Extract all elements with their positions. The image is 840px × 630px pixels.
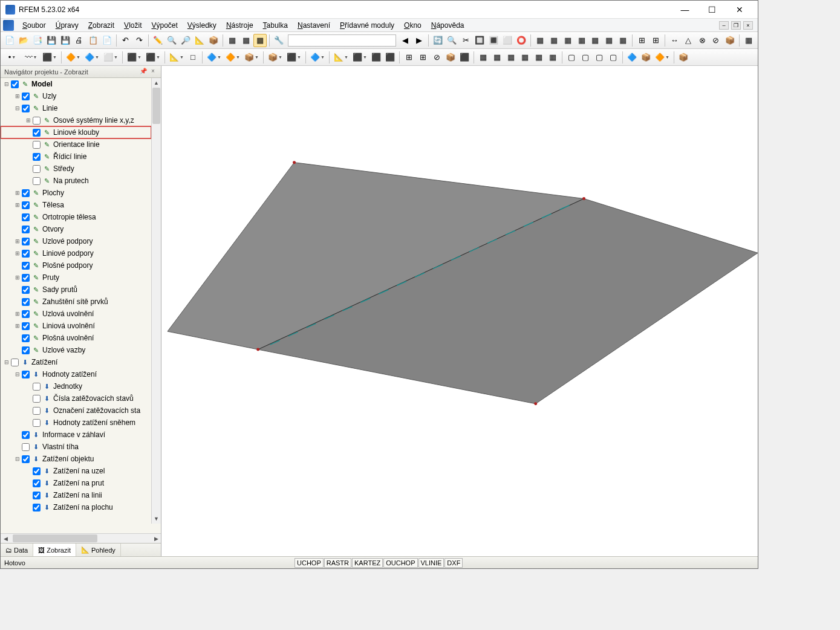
tree-row[interactable]: ✎Zahuštění sítě prvků <box>1 296 151 308</box>
tree-row[interactable]: ⊞✎Plochy <box>1 187 151 199</box>
collapse-icon[interactable]: ⊟ <box>3 359 10 366</box>
toolbar-button[interactable]: 📦 <box>639 51 653 64</box>
minimize-button[interactable]: — <box>671 1 698 18</box>
toolbar-button[interactable]: ⬛▼ <box>351 51 369 64</box>
toolbar-button[interactable]: ▦ <box>490 51 504 64</box>
tree-row[interactable]: ✎Ortotropie tělesa <box>1 211 151 223</box>
expand-icon[interactable]: ⊞ <box>14 322 21 330</box>
tree-row[interactable]: ⬇Informace v záhlaví <box>1 429 151 441</box>
toolbar-button[interactable]: 📐▼ <box>332 51 350 64</box>
tree-checkbox[interactable] <box>22 334 30 342</box>
toolbar-button[interactable]: ▦ <box>742 34 755 47</box>
expand-icon[interactable]: ⊞ <box>25 117 32 124</box>
toolbar-button[interactable]: ⬜ <box>501 34 514 47</box>
menu-item[interactable]: Nastavení <box>293 20 335 31</box>
toolbar-button[interactable]: 🔷▼ <box>205 51 223 64</box>
toolbar-button[interactable]: ▦ <box>575 34 588 47</box>
expand-icon[interactable]: ⊞ <box>14 238 21 245</box>
toolbar-button[interactable]: 📦▼ <box>266 51 284 64</box>
tree-row[interactable]: ✎Sady prutů <box>1 284 151 296</box>
toolbar-button[interactable]: ⭕ <box>515 34 528 47</box>
toolbar-button[interactable]: 💾 <box>59 34 72 47</box>
collapse-icon[interactable]: ⊟ <box>14 105 21 112</box>
toolbar-button[interactable]: 📦▼ <box>243 51 261 64</box>
status-toggle[interactable]: DXF <box>444 558 463 568</box>
app-menu-icon[interactable] <box>3 20 14 31</box>
toolbar-button[interactable]: •▼ <box>3 51 21 64</box>
toolbar-button[interactable]: 🔶▼ <box>64 51 82 64</box>
pin-icon[interactable]: 📌 <box>139 68 148 76</box>
menu-item[interactable]: Tabulka <box>258 20 293 31</box>
tree-checkbox[interactable] <box>22 93 30 100</box>
toolbar-button[interactable]: ▦ <box>588 34 602 47</box>
tree-checkbox[interactable] <box>33 492 41 499</box>
toolbar-button[interactable]: ▦ <box>616 34 630 47</box>
toolbar-button[interactable]: ▦ <box>504 51 518 64</box>
tree-row[interactable]: ⬇Zatížení na uzel <box>1 465 151 477</box>
menu-item[interactable]: Přídavné moduly <box>335 20 399 31</box>
toolbar-button[interactable]: 📦 <box>723 34 737 47</box>
tree-checkbox[interactable] <box>22 250 30 258</box>
collapse-icon[interactable]: ⊟ <box>14 455 21 463</box>
toolbar-button[interactable]: 📐 <box>193 34 206 47</box>
toolbar-button[interactable]: ⊘ <box>430 51 443 64</box>
toolbar-button[interactable]: ▢ <box>565 51 578 64</box>
tree-row[interactable]: ✎Středy <box>1 163 151 175</box>
expand-icon[interactable]: ⊞ <box>14 274 21 281</box>
tree-checkbox[interactable] <box>33 383 41 391</box>
navigator-tree[interactable]: ⊟✎Model⊞✎Uzly⊟✎Linie⊞✎Osové systémy lini… <box>1 78 151 533</box>
toolbar-button[interactable]: ↶ <box>119 34 132 47</box>
collapse-icon[interactable]: ⊟ <box>3 80 10 88</box>
tree-row[interactable]: ✎Uzlové vazby <box>1 344 151 356</box>
toolbar-button[interactable]: 📋 <box>86 34 100 47</box>
tree-checkbox[interactable] <box>22 371 30 378</box>
toolbar-button[interactable]: 🔷▼ <box>83 51 101 64</box>
toolbar-button[interactable]: ▦ <box>546 51 559 64</box>
tree-checkbox[interactable] <box>22 201 30 209</box>
tree-row[interactable]: ⬇Zatížení na plochu <box>1 501 151 513</box>
hscroll-thumb[interactable] <box>13 534 97 542</box>
menu-item[interactable]: Zobrazit <box>83 20 119 31</box>
tree-row[interactable]: ⊞✎Osové systémy linie x,y,z <box>1 114 151 126</box>
toolbar-button[interactable]: 📦 <box>444 51 457 64</box>
menu-item[interactable]: Úpravy <box>51 20 83 31</box>
tree-row[interactable]: ⊞✎Liniové podpory <box>1 247 151 259</box>
toolbar-button[interactable]: ↔ <box>668 34 681 47</box>
tree-row[interactable]: ⊞✎Pruty <box>1 271 151 284</box>
tree-row[interactable]: ⊞✎Uzly <box>1 90 151 102</box>
menu-item[interactable]: Okno <box>399 20 426 31</box>
tree-checkbox[interactable] <box>33 117 41 125</box>
tree-checkbox[interactable] <box>33 141 41 149</box>
tree-checkbox[interactable] <box>33 129 41 137</box>
expand-icon[interactable]: ⊞ <box>14 189 21 196</box>
tree-checkbox[interactable] <box>22 443 30 451</box>
tree-checkbox[interactable] <box>33 153 41 161</box>
toolbar-button[interactable]: 📂 <box>17 34 30 47</box>
toolbar-button[interactable]: 🔲 <box>473 34 486 47</box>
tree-row[interactable]: ⊟✎Linie <box>1 102 151 114</box>
scroll-right-icon[interactable]: ▶ <box>151 534 161 543</box>
toolbar-button[interactable]: 📑 <box>31 34 44 47</box>
toolbar-button[interactable]: ↷ <box>132 34 146 47</box>
tree-checkbox[interactable] <box>33 419 41 427</box>
toolbar-button[interactable]: ▢ <box>607 51 620 64</box>
tree-row[interactable]: ✎Řídicí linie <box>1 151 151 163</box>
toolbar-button[interactable]: ▦ <box>518 51 532 64</box>
toolbar-button[interactable]: ▢ <box>593 51 606 64</box>
tree-checkbox[interactable] <box>33 165 41 173</box>
tree-row[interactable]: ✎Plošné podpory <box>1 259 151 271</box>
tree-row[interactable]: ⬇Hodnoty zatížení sněhem <box>1 417 151 429</box>
navigator-tab[interactable]: 📐Pohledy <box>76 544 121 556</box>
tree-row[interactable]: ✎Orientace linie <box>1 138 151 151</box>
tree-row[interactable]: ⊟⬇Hodnoty zatížení <box>1 368 151 380</box>
close-button[interactable]: ✕ <box>726 1 753 18</box>
tree-checkbox[interactable] <box>22 105 30 112</box>
tree-checkbox[interactable] <box>22 286 30 294</box>
tree-row[interactable]: ⬇Zatížení na prut <box>1 477 151 489</box>
toolbar-button[interactable]: ⬛ <box>383 51 397 64</box>
expand-icon[interactable]: ⊞ <box>14 93 21 100</box>
tree-row[interactable]: ⬇Jednotky <box>1 380 151 392</box>
toolbar-button[interactable]: 🔄 <box>431 34 444 47</box>
tree-row[interactable]: ⊟⬇Zatížení objektu <box>1 453 151 465</box>
expand-icon[interactable]: ⊞ <box>14 250 21 257</box>
